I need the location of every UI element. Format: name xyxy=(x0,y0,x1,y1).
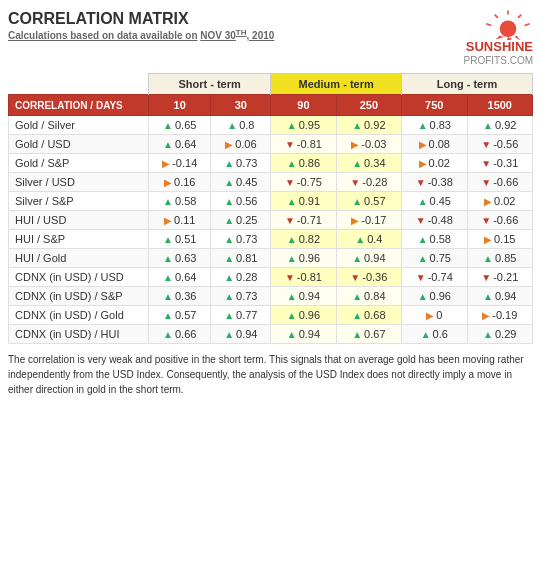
arrow-up-icon: ▲ xyxy=(352,291,362,302)
arrow-right-icon: ▶ xyxy=(351,139,359,150)
cell-value: 0.75 xyxy=(430,252,451,264)
data-cell: ▲0.57 xyxy=(336,192,401,211)
col-header-250: 250 xyxy=(336,95,401,116)
cell-value: 0.6 xyxy=(433,328,448,340)
svg-line-3 xyxy=(525,24,530,26)
data-cell: ▲0.94 xyxy=(211,325,271,344)
arrow-right-icon: ▶ xyxy=(225,139,233,150)
data-cell: ▶-0.17 xyxy=(336,211,401,230)
medium-term-header: Medium - term xyxy=(271,74,402,95)
table-body: Gold / Silver▲0.65▲0.8▲0.95▲0.92▲0.83▲0.… xyxy=(9,116,533,344)
cell-value: 0.86 xyxy=(299,157,320,169)
data-cell: ▲0.64 xyxy=(149,135,211,154)
data-cell: ▼-0.74 xyxy=(402,268,467,287)
subtitle: Calculations based on data available on … xyxy=(8,28,274,41)
data-cell: ▼-0.31 xyxy=(467,154,532,173)
cell-value: -0.74 xyxy=(428,271,453,283)
cell-value: -0.31 xyxy=(493,157,518,169)
data-cell: ▲0.65 xyxy=(149,116,211,135)
cell-value: 0.02 xyxy=(494,195,515,207)
arrow-right-icon: ▶ xyxy=(164,177,172,188)
cell-value: 0.92 xyxy=(495,119,516,131)
arrow-down-icon: ▼ xyxy=(285,139,295,150)
main-container: CORRELATION MATRIX Calculations based on… xyxy=(0,0,541,405)
short-term-header: Short - term xyxy=(149,74,271,95)
arrow-down-icon: ▼ xyxy=(481,139,491,150)
cell-value: -0.66 xyxy=(493,176,518,188)
col-header-row: CORRELATION / DAYS 10 30 90 250 750 1500 xyxy=(9,95,533,116)
arrow-up-icon: ▲ xyxy=(287,120,297,131)
arrow-up-icon: ▲ xyxy=(355,234,365,245)
data-cell: ▲0.64 xyxy=(149,268,211,287)
data-cell: ▲0.66 xyxy=(149,325,211,344)
svg-line-4 xyxy=(486,24,491,26)
arrow-up-icon: ▲ xyxy=(224,177,234,188)
cell-value: 0.73 xyxy=(236,157,257,169)
arrow-up-icon: ▲ xyxy=(352,329,362,340)
cell-value: 0.67 xyxy=(364,328,385,340)
data-cell: ▲0.51 xyxy=(149,230,211,249)
arrow-right-icon: ▶ xyxy=(482,310,490,321)
arrow-up-icon: ▲ xyxy=(163,234,173,245)
data-cell: ▲0.36 xyxy=(149,287,211,306)
cell-value: 0.58 xyxy=(430,233,451,245)
arrow-right-icon: ▶ xyxy=(162,158,170,169)
col-header-1500: 1500 xyxy=(467,95,532,116)
arrow-down-icon: ▼ xyxy=(416,215,426,226)
row-label: Silver / USD xyxy=(9,173,149,192)
data-cell: ▲0.6 xyxy=(402,325,467,344)
arrow-up-icon: ▲ xyxy=(227,120,237,131)
data-cell: ▲0.96 xyxy=(271,249,336,268)
arrow-up-icon: ▲ xyxy=(287,196,297,207)
cell-value: 0.34 xyxy=(364,157,385,169)
data-cell: ▲0.63 xyxy=(149,249,211,268)
data-cell: ▲0.96 xyxy=(271,306,336,325)
arrow-down-icon: ▼ xyxy=(481,158,491,169)
cell-value: 0.02 xyxy=(429,157,450,169)
header: CORRELATION MATRIX Calculations based on… xyxy=(8,10,533,67)
row-label: CDNX (in USD) / Gold xyxy=(9,306,149,325)
row-label: Silver / S&P xyxy=(9,192,149,211)
data-cell: ▲0.58 xyxy=(149,192,211,211)
data-cell: ▲0.81 xyxy=(211,249,271,268)
cell-value: 0.8 xyxy=(239,119,254,131)
data-cell: ▲0.92 xyxy=(336,116,401,135)
data-cell: ▲0.4 xyxy=(336,230,401,249)
arrow-up-icon: ▲ xyxy=(287,253,297,264)
arrow-up-icon: ▲ xyxy=(224,329,234,340)
table-row: Silver / S&P▲0.58▲0.56▲0.91▲0.57▲0.45▶0.… xyxy=(9,192,533,211)
arrow-up-icon: ▲ xyxy=(421,329,431,340)
cell-value: 0.45 xyxy=(430,195,451,207)
arrow-down-icon: ▼ xyxy=(285,272,295,283)
cell-value: 0.96 xyxy=(299,252,320,264)
row-label: CDNX (in USD) / HUI xyxy=(9,325,149,344)
arrow-up-icon: ▲ xyxy=(224,310,234,321)
cell-value: 0.83 xyxy=(430,119,451,131)
cell-value: 0.92 xyxy=(364,119,385,131)
row-label: CDNX (in USD) / S&P xyxy=(9,287,149,306)
cell-value: -0.36 xyxy=(362,271,387,283)
cell-value: -0.56 xyxy=(493,138,518,150)
cell-value: -0.19 xyxy=(492,309,517,321)
arrow-up-icon: ▲ xyxy=(163,120,173,131)
cell-value: -0.48 xyxy=(428,214,453,226)
cell-value: -0.03 xyxy=(361,138,386,150)
row-label: HUI / USD xyxy=(9,211,149,230)
data-cell: ▶0.06 xyxy=(211,135,271,154)
arrow-up-icon: ▲ xyxy=(483,329,493,340)
cell-value: 0.96 xyxy=(299,309,320,321)
data-cell: ▶0.15 xyxy=(467,230,532,249)
table-row: Gold / Silver▲0.65▲0.8▲0.95▲0.92▲0.83▲0.… xyxy=(9,116,533,135)
data-cell: ▶0.11 xyxy=(149,211,211,230)
cell-value: 0.36 xyxy=(175,290,196,302)
data-cell: ▶0.02 xyxy=(402,154,467,173)
data-cell: ▲0.77 xyxy=(211,306,271,325)
cell-value: -0.71 xyxy=(297,214,322,226)
table-row: Gold / S&P▶-0.14▲0.73▲0.86▲0.34▶0.02▼-0.… xyxy=(9,154,533,173)
cell-value: -0.17 xyxy=(361,214,386,226)
data-cell: ▲0.82 xyxy=(271,230,336,249)
cell-value: 0.85 xyxy=(495,252,516,264)
col-header-30: 30 xyxy=(211,95,271,116)
data-cell: ▲0.58 xyxy=(402,230,467,249)
footnote: The correlation is very weak and positiv… xyxy=(8,352,533,397)
